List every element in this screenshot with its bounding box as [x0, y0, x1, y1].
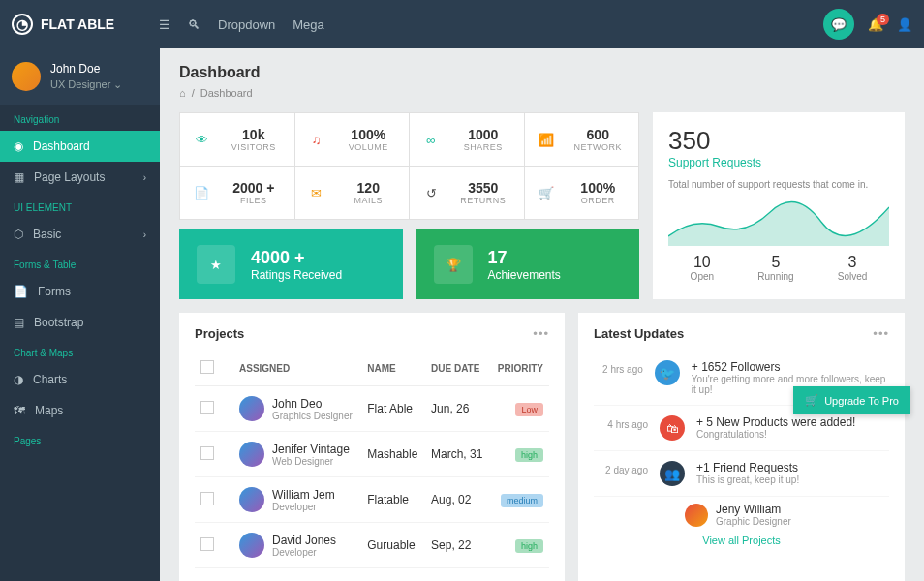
- table-row[interactable]: William JemDeveloperFlatableAug, 02mediu…: [195, 477, 549, 523]
- page-title: Dashboard: [179, 64, 905, 81]
- notif-badge: 5: [877, 14, 889, 25]
- user-name: John Doe: [50, 62, 122, 77]
- brand[interactable]: ◔ FLAT ABLE: [12, 14, 147, 35]
- cart-icon: 🛒: [805, 394, 818, 407]
- avatar: [239, 533, 264, 558]
- priority-badge: medium: [501, 494, 543, 507]
- breadcrumb[interactable]: ⌂ / Dashboard: [179, 87, 905, 99]
- upgrade-button[interactable]: 🛒 Upgrade To Pro: [793, 386, 910, 414]
- sidebar-item-maps[interactable]: 🗺Maps: [0, 395, 160, 426]
- table-row[interactable]: David JonesDeveloperGuruableSep, 22high: [195, 523, 549, 568]
- nav-icon: ⬡: [14, 228, 23, 241]
- sidebar: John Doe UX Designer ⌄ Navigation◉Dashbo…: [0, 48, 160, 581]
- priority-badge: Low: [515, 403, 543, 416]
- update-icon: 👥: [660, 461, 685, 486]
- stat-network[interactable]: 📶600NETWORK: [525, 113, 639, 166]
- sidebar-item-page-layouts[interactable]: ▦Page Layouts›: [0, 162, 160, 193]
- request-stat-running: 5Running: [757, 254, 793, 282]
- chevron-right-icon: ›: [143, 229, 146, 240]
- sidebar-item-dashboard[interactable]: ◉Dashboard: [0, 131, 160, 162]
- topbar-mega[interactable]: Mega: [293, 17, 324, 32]
- requests-value: 350: [668, 126, 889, 156]
- ratings-band[interactable]: ★ 4000 + Ratings Received: [179, 229, 403, 299]
- row-checkbox[interactable]: [200, 446, 214, 460]
- updates-menu[interactable]: •••: [873, 326, 889, 341]
- view-all-link[interactable]: View all Projects: [594, 527, 889, 554]
- nav-section-header: Navigation: [0, 105, 160, 131]
- sidebar-item-forms[interactable]: 📄Forms: [0, 276, 160, 307]
- stat-order[interactable]: 🛒100%ORDER: [525, 167, 639, 219]
- friend-request-person[interactable]: Jeny William Graphic Designer: [685, 503, 889, 527]
- user-icon[interactable]: 👤: [897, 17, 912, 32]
- nav-icon: 📄: [14, 285, 28, 298]
- row-checkbox[interactable]: [200, 401, 214, 414]
- stat-shares[interactable]: ∞1000SHARES: [410, 113, 525, 166]
- nav-section-header: Chart & Maps: [0, 338, 160, 364]
- requests-title: Support Requests: [668, 156, 889, 169]
- search-icon[interactable]: 🔍︎: [188, 17, 200, 32]
- stat-icon: ∞: [419, 128, 443, 151]
- projects-menu[interactable]: •••: [533, 326, 549, 341]
- home-icon: ⌂: [179, 87, 186, 99]
- stat-returns[interactable]: ↺3550RETURNS: [410, 167, 525, 219]
- updates-card: Latest Updates ••• 2 hrs ago🐦+ 1652 Foll…: [578, 313, 905, 581]
- nav-section-header: Pages: [0, 426, 160, 452]
- brand-logo-icon: ◔: [12, 14, 33, 35]
- update-icon: 🛍: [660, 415, 685, 441]
- select-all-checkbox[interactable]: [200, 360, 214, 374]
- stat-icon: ♫: [305, 128, 328, 151]
- stat-files[interactable]: 📄2000 +FILES: [180, 167, 295, 219]
- chat-button[interactable]: 💬: [823, 9, 854, 40]
- sidebar-item-basic[interactable]: ⬡Basic›: [0, 219, 160, 250]
- support-requests-card: 350 Support Requests Total number of sup…: [653, 112, 905, 299]
- stat-icon: ✉: [305, 181, 328, 204]
- update-icon: 🐦: [655, 360, 680, 385]
- nav-icon: ▦: [14, 170, 24, 184]
- sidebar-user[interactable]: John Doe UX Designer ⌄: [0, 48, 160, 105]
- nav-icon: ◉: [14, 139, 23, 153]
- avatar: [239, 487, 264, 512]
- nav-icon: ◑: [14, 373, 23, 386]
- sidebar-item-charts[interactable]: ◑Charts: [0, 364, 160, 395]
- stat-icon: 👁: [190, 128, 213, 151]
- nav-icon: 🗺: [14, 404, 25, 417]
- stat-mails[interactable]: ✉120MAILS: [295, 167, 411, 219]
- projects-table: ASSIGNED NAME DUE DATE PRIORITY John Deo…: [195, 351, 549, 568]
- chevron-down-icon: ⌄: [113, 78, 122, 90]
- avatar: [685, 504, 708, 527]
- request-stat-solved: 3Solved: [838, 254, 868, 282]
- stat-icon: 🛒: [535, 181, 558, 204]
- star-icon: ★: [197, 245, 235, 284]
- table-row[interactable]: Jenifer VintageWeb DesignerMashableMarch…: [195, 432, 549, 477]
- requests-chart: [668, 198, 889, 246]
- nav-icon: ▤: [14, 316, 24, 329]
- avatar: [12, 62, 41, 91]
- stat-visitors[interactable]: 👁10kVISITORS: [180, 113, 295, 166]
- avatar: [239, 396, 264, 421]
- avatar: [239, 442, 264, 467]
- update-item[interactable]: 2 day ago👥+1 Friend RequestsThis is grea…: [594, 451, 889, 497]
- request-stat-open: 10Open: [691, 254, 714, 282]
- menu-toggle-icon[interactable]: ☰: [159, 17, 170, 32]
- priority-badge: high: [515, 448, 543, 462]
- requests-desc: Total number of support requests that co…: [668, 179, 889, 190]
- table-row[interactable]: John DeoGraphics DesignerFlat AbleJun, 2…: [195, 386, 549, 432]
- notifications-button[interactable]: 🔔 5: [868, 17, 883, 32]
- projects-card: Projects ••• ASSIGNED NAME DUE DATE PRIO…: [179, 313, 565, 581]
- priority-badge: high: [515, 539, 543, 553]
- row-checkbox[interactable]: [200, 537, 214, 551]
- row-checkbox[interactable]: [200, 492, 214, 505]
- stat-volume[interactable]: ♫100%VOLUME: [295, 113, 411, 166]
- stat-icon: ↺: [419, 181, 443, 204]
- topbar: ◔ FLAT ABLE ☰ 🔍︎ Dropdown Mega 💬 🔔 5 👤: [0, 0, 924, 48]
- achievements-band[interactable]: 🏆 17 Achievements: [416, 229, 640, 299]
- user-role: UX Designer: [50, 78, 110, 90]
- sidebar-item-bootstrap[interactable]: ▤Bootstrap: [0, 307, 160, 338]
- nav-section-header: Forms & Table: [0, 250, 160, 276]
- brand-name: FLAT ABLE: [41, 16, 114, 32]
- topbar-dropdown[interactable]: Dropdown: [218, 17, 275, 32]
- projects-title: Projects: [195, 326, 244, 341]
- nav-section-header: UI ELEMENT: [0, 193, 160, 219]
- trophy-icon: 🏆: [434, 245, 473, 284]
- stat-icon: 📶: [535, 128, 558, 151]
